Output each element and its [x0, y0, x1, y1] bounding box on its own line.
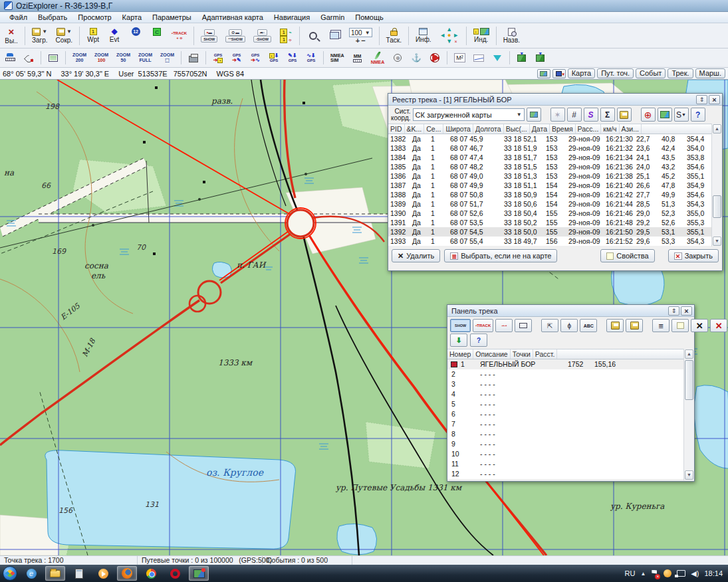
taskbar-chrome[interactable] [141, 566, 161, 581]
language-indicator[interactable]: RU [625, 569, 636, 577]
s-menu-button[interactable]: S▼ [674, 108, 689, 122]
scroll-thumb[interactable] [713, 195, 721, 218]
track-slot-row[interactable]: 3 - - - - [447, 379, 683, 389]
track-point-row[interactable]: 1384 Да 1 68 07 47,4 33 18 51,7 153 29-н… [388, 153, 711, 162]
index-map-button[interactable]: iИнд. [470, 25, 493, 47]
profile-chart-button[interactable] [470, 50, 487, 66]
zoom-window-button[interactable]: ZOOM⬚ [157, 50, 178, 66]
track-point-row[interactable]: 1390 Да 1 68 07 52,6 33 18 50,4 155 29-н… [388, 209, 711, 218]
track-point-row[interactable]: 1387 Да 1 68 07 49,9 33 18 51,1 154 29-н… [388, 181, 711, 190]
menu-item[interactable]: Файл [4, 13, 33, 22]
start-button[interactable] [3, 566, 17, 581]
scroll-up-icon[interactable]: ▲ [685, 349, 693, 359]
gps-get-events-button[interactable]: ✎⬇GPS [284, 50, 301, 66]
track-point-row[interactable]: 1386 Да 1 68 07 49,0 33 18 51,3 153 29-н… [388, 171, 711, 181]
mob-button[interactable] [426, 50, 443, 66]
track-point-row[interactable]: 1389 Да 1 68 07 51,7 33 18 50,6 154 29-н… [388, 199, 711, 209]
map-image-button[interactable] [537, 69, 550, 78]
track-draw-button[interactable]: •TRACK+ o [168, 25, 190, 47]
update-tray-icon[interactable] [664, 569, 671, 577]
menu-item[interactable]: Garmin [315, 13, 350, 22]
load-track-button[interactable] [606, 319, 624, 332]
load-button[interactable]: ▼Загр. [29, 25, 51, 47]
track-slot-row[interactable]: 8 - - - - [447, 429, 683, 439]
scroll-down-icon[interactable]: ▼ [685, 470, 693, 480]
sum-button[interactable]: Σ [600, 108, 615, 122]
map-link-buttons[interactable]: 1⌁1⌔ [276, 25, 296, 47]
column-header[interactable]: Выс(... [504, 124, 530, 134]
name-search-button[interactable]: Назв. [500, 25, 523, 47]
show-tracks-toggle[interactable]: ➦▫▫SHOW [250, 25, 275, 47]
distance-measure-button[interactable] [1, 50, 19, 66]
taskbar-explorer[interactable] [45, 566, 65, 581]
track-point-row[interactable]: 1383 Да 1 68 07 46,7 33 18 51,9 153 29-н… [388, 144, 711, 153]
menu-item[interactable]: Параметры [147, 13, 197, 22]
pan-arrows-control[interactable]: ▲◄●►▼× [436, 25, 463, 47]
action-center-icon[interactable] [651, 570, 658, 577]
anchor-alarm-button[interactable]: ⚓ [408, 50, 425, 66]
area-measure-button[interactable]: М² [451, 50, 469, 66]
screen-map-button[interactable] [45, 50, 62, 66]
track-point-row[interactable]: 1392 Да 1 68 07 54,5 33 18 50,0 155 29-н… [388, 227, 711, 237]
labels-button[interactable]: ABC [580, 319, 597, 332]
column-header[interactable]: Расс... [576, 124, 602, 134]
column-header[interactable]: Описание [473, 349, 510, 359]
layer-button[interactable]: Карта [568, 68, 595, 78]
column-header[interactable]: Точки [511, 349, 533, 359]
menu-item[interactable]: Навигация [269, 13, 315, 22]
track-point-row[interactable]: 1393 Да 1 68 07 55,4 33 18 49,7 156 29-н… [388, 237, 711, 246]
menu-item[interactable]: Просмотр [72, 13, 116, 22]
magnify-button[interactable] [303, 25, 323, 47]
zoom-level-control[interactable]: 100▼ +− [346, 25, 376, 47]
gps-get-track-button[interactable]: ∿⬇GPS [303, 50, 320, 66]
show-waypoints-toggle[interactable]: •▬SHOW [197, 25, 221, 47]
position-button[interactable]: ⊕ [389, 50, 406, 66]
event-button[interactable]: ◆Evt [104, 25, 124, 47]
save-position-button[interactable] [552, 69, 566, 78]
satellite-button[interactable] [20, 50, 37, 66]
track-slot-row[interactable]: 11 - - - - [447, 459, 683, 469]
column-header[interactable]: Время [550, 124, 576, 134]
track-slot-row[interactable]: 6 - - - - [447, 409, 683, 419]
track-list-titlebar[interactable]: Реестр трека - [1] ЯГЕЛЬНЫЙ БОР ⇕ × [388, 94, 722, 106]
track-slot-row[interactable]: 4 - - - - [447, 389, 683, 399]
save-button[interactable]: ▼Сокр. [53, 25, 76, 47]
column-header[interactable]: &K... [405, 124, 425, 134]
column-header[interactable]: Номер [447, 349, 473, 359]
track-slot-row[interactable]: 10 - - - - [447, 449, 683, 459]
moving-map-button[interactable]: MM [349, 50, 366, 66]
track-points-toggle[interactable]: -•-• [495, 319, 513, 332]
show-events-toggle[interactable]: O ▬°°SHOW [222, 25, 249, 47]
gps-send-events-button[interactable]: GPS➔✎ [228, 50, 245, 66]
column-header[interactable]: Дата [530, 124, 550, 134]
map-export-button[interactable] [532, 50, 549, 66]
info-button[interactable]: Инф. [412, 25, 435, 47]
comment-button[interactable]: C [147, 25, 167, 47]
rollup-button[interactable]: ⇕ [696, 95, 707, 104]
map-import-button[interactable] [513, 50, 531, 66]
zoom-200-button[interactable]: ZOOM200 [69, 50, 90, 66]
exit-map-button[interactable]: ×Вы.. [1, 25, 21, 47]
track-point-row[interactable]: 1391 Да 1 68 07 53,5 33 18 50,2 155 29-н… [388, 218, 711, 227]
move-down-button[interactable]: ⬇ [450, 334, 467, 347]
delete-point-button[interactable]: ✶ [550, 108, 565, 122]
waypoint-button[interactable]: 1Wpt [83, 25, 103, 47]
zoom-level-select[interactable]: 100▼ [349, 28, 372, 37]
menu-item[interactable]: Адаптивная карта [197, 13, 269, 22]
save-track-button[interactable] [626, 319, 643, 332]
task-button[interactable]: Таск. [383, 25, 405, 47]
map-feature-button[interactable]: 12 [126, 25, 146, 47]
split-button[interactable]: ϕ [560, 319, 578, 332]
save-track-button[interactable] [617, 108, 632, 122]
layer-button[interactable]: Событ [636, 68, 666, 78]
map-view-button[interactable] [527, 108, 541, 122]
column-header[interactable]: км/ч [601, 124, 619, 134]
window-titlebar[interactable]: OziExplorer - R-36-139-В,Г [0, 0, 728, 12]
scroll-down-icon[interactable]: ▼ [713, 237, 721, 246]
network-icon[interactable] [677, 570, 685, 577]
gps-send-track-button[interactable]: GPS➔∿ [247, 50, 264, 66]
help-button[interactable]: ? [470, 334, 487, 347]
volume-icon[interactable]: ◀) [691, 569, 699, 578]
tray-expand-icon[interactable]: ▲ [640, 571, 646, 577]
layer-button[interactable]: Пут. точ. [597, 68, 634, 78]
